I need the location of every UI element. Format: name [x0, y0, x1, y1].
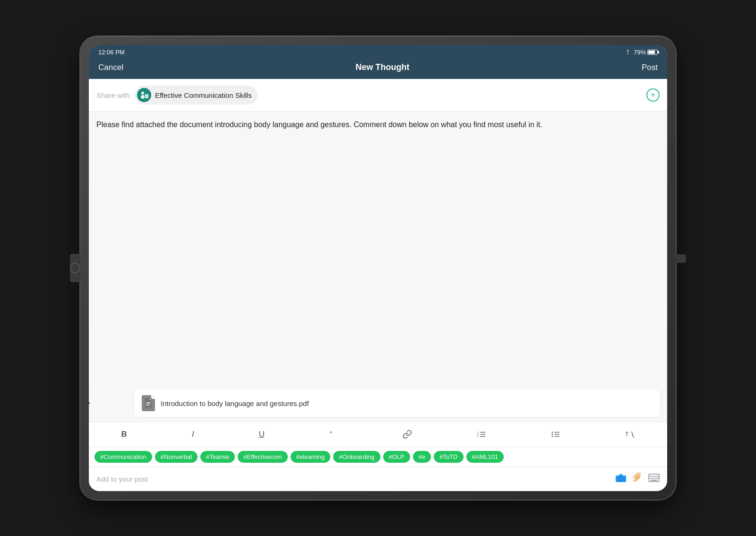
hashtag-chip-1[interactable]: #Nonverbal	[155, 451, 198, 463]
share-with-row: Share with	[89, 79, 667, 112]
attachment-area: Introduction to body language and gestur…	[89, 385, 667, 422]
bottom-bar: Add to your post	[89, 467, 667, 491]
paperclip-icon[interactable]	[633, 473, 642, 485]
side-button-right	[676, 254, 686, 263]
hashtag-chip-6[interactable]: #OLP	[383, 451, 410, 463]
hashtag-chip-2[interactable]: #Teamie	[200, 451, 235, 463]
svg-point-2	[141, 95, 145, 99]
share-with-label: Share with	[96, 91, 130, 99]
cancel-button[interactable]: Cancel	[98, 63, 123, 72]
quote-button[interactable]: "	[325, 428, 343, 441]
status-right: ⭡ 79%	[625, 49, 658, 56]
group-chip[interactable]: Effective Communication Skills	[135, 86, 258, 104]
group-avatar	[137, 88, 151, 102]
device-frame: 12:06 PM ⭡ 79% Cancel New Thought Post	[80, 36, 676, 500]
svg-text:T: T	[625, 431, 629, 438]
group-name: Effective Communication Skills	[155, 91, 252, 99]
battery-bar	[647, 50, 658, 55]
battery-percent: 79%	[634, 49, 646, 56]
svg-line-24	[632, 432, 634, 438]
hashtag-chip-9[interactable]: #AML101	[466, 451, 504, 463]
file-icon	[142, 395, 155, 411]
bottom-actions	[615, 473, 660, 485]
thought-text-input[interactable]: Please find attached the document introd…	[89, 112, 667, 385]
add-to-post-label: Add to your post	[96, 475, 148, 483]
svg-point-27	[620, 477, 622, 480]
battery-fill	[648, 51, 655, 54]
svg-rect-28	[624, 476, 625, 477]
add-group-button[interactable]: +	[646, 88, 660, 102]
side-button-left	[70, 254, 80, 282]
status-bar: 12:06 PM ⭡ 79%	[89, 45, 667, 58]
status-time: 12:06 PM	[98, 49, 125, 56]
svg-point-21	[552, 434, 553, 435]
content-area: Share with	[89, 79, 667, 491]
svg-point-1	[141, 92, 144, 95]
hashtag-chip-4[interactable]: #elearning	[291, 451, 331, 463]
hashtag-chip-3[interactable]: #Effectivecom	[238, 451, 287, 463]
hashtag-row: #Communication #Nonverbal #Teamie #Effec…	[89, 447, 667, 467]
screen: 12:06 PM ⭡ 79% Cancel New Thought Post	[89, 45, 667, 491]
unordered-list-button[interactable]	[546, 428, 565, 441]
hashtag-chip-7[interactable]: #e	[413, 451, 431, 463]
wifi-icon: ⭡	[625, 49, 631, 56]
svg-point-20	[552, 432, 553, 433]
battery: 79%	[634, 49, 658, 56]
italic-button[interactable]: I	[187, 427, 199, 442]
nav-bar: Cancel New Thought Post	[89, 58, 667, 79]
attachment-card: Introduction to body language and gestur…	[134, 389, 660, 417]
clear-format-button[interactable]: T	[620, 427, 639, 441]
formatting-toolbar: B I U "	[89, 422, 667, 447]
keyboard-icon[interactable]	[648, 474, 660, 484]
post-button[interactable]: Post	[642, 63, 658, 72]
hashtag-chip-0[interactable]: #Communication	[94, 451, 152, 463]
page-title: New Thought	[355, 62, 409, 72]
share-with-left: Share with	[96, 86, 258, 104]
bold-button[interactable]: B	[117, 427, 132, 442]
hashtag-chip-5[interactable]: #Onboarding	[333, 451, 380, 463]
device-inner: 12:06 PM ⭡ 79% Cancel New Thought Post	[89, 45, 667, 491]
svg-text:3.: 3.	[477, 435, 479, 438]
link-button[interactable]	[398, 427, 417, 442]
attachment-filename: Introduction to body language and gestur…	[161, 399, 309, 407]
svg-point-22	[552, 436, 553, 437]
svg-point-0	[137, 88, 151, 102]
svg-text:": "	[329, 431, 332, 438]
red-arrow-indicator	[89, 396, 94, 410]
camera-icon[interactable]	[615, 473, 627, 485]
underline-button[interactable]: U	[254, 427, 269, 442]
hashtag-chip-8[interactable]: #ToTD	[434, 451, 463, 463]
ordered-list-button[interactable]: 1. 2. 3.	[472, 428, 491, 441]
